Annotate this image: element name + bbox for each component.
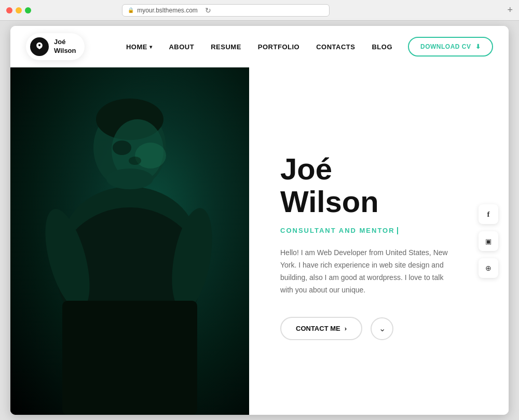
facebook-button[interactable]: f bbox=[479, 204, 498, 224]
hero-subtitle-text: CONSULTANT AND MENTOR bbox=[280, 227, 395, 234]
logo-area[interactable]: JoéWilson bbox=[26, 33, 85, 60]
hero-description: Hello! I am Web Developer from United St… bbox=[280, 247, 457, 296]
svg-rect-9 bbox=[62, 301, 197, 415]
new-tab-button[interactable]: + bbox=[507, 5, 513, 16]
nav-contacts-label: CONTACTS bbox=[316, 43, 355, 51]
instagram-button[interactable]: ▣ bbox=[479, 231, 498, 251]
website-container: JoéWilson HOME ▾ ABOUT RESUME PORTFOLIO … bbox=[10, 26, 509, 415]
address-bar[interactable]: 🔒 myour.bslthemes.com ↻ bbox=[122, 4, 330, 17]
navbar: JoéWilson HOME ▾ ABOUT RESUME PORTFOLIO … bbox=[10, 26, 509, 67]
download-icon: ⬇ bbox=[475, 43, 481, 50]
nav-resume[interactable]: RESUME bbox=[211, 43, 241, 51]
download-cv-button[interactable]: DOWNLOAD CV ⬇ bbox=[408, 37, 493, 57]
hero-text-panel: Joé Wilson CONSULTANT AND MENTOR Hello! … bbox=[249, 67, 509, 415]
logo-icon bbox=[30, 37, 49, 56]
svg-point-10 bbox=[106, 169, 153, 189]
nav-about[interactable]: ABOUT bbox=[169, 43, 194, 51]
nav-home-label: HOME bbox=[126, 43, 147, 51]
minimize-button[interactable] bbox=[16, 7, 22, 13]
traffic-lights bbox=[6, 7, 31, 13]
main-content: Joé Wilson CONSULTANT AND MENTOR Hello! … bbox=[10, 67, 509, 415]
logo-text: JoéWilson bbox=[54, 38, 76, 55]
cursor-blink bbox=[397, 227, 398, 234]
nav-links: HOME ▾ ABOUT RESUME PORTFOLIO CONTACTS B… bbox=[126, 43, 392, 51]
nav-home[interactable]: HOME ▾ bbox=[126, 43, 153, 51]
nav-blog[interactable]: BLOG bbox=[372, 43, 392, 51]
logo-svg bbox=[34, 41, 45, 52]
hero-photo-panel bbox=[10, 67, 249, 415]
chevron-down-icon: ⌄ bbox=[379, 324, 386, 333]
maximize-button[interactable] bbox=[25, 7, 31, 13]
person-silhouette bbox=[10, 67, 249, 415]
nav-portfolio[interactable]: PORTFOLIO bbox=[258, 43, 299, 51]
svg-point-11 bbox=[135, 143, 166, 169]
nav-portfolio-label: PORTFOLIO bbox=[258, 43, 299, 51]
dribbble-icon: ⊕ bbox=[485, 264, 491, 272]
hero-first-name: Joé bbox=[280, 152, 332, 186]
nav-resume-label: RESUME bbox=[211, 43, 241, 51]
hero-subtitle: CONSULTANT AND MENTOR bbox=[280, 227, 477, 234]
instagram-icon: ▣ bbox=[485, 237, 491, 245]
social-sidebar: f ▣ ⊕ bbox=[479, 204, 498, 278]
hero-actions: CONTACT ME › ⌄ bbox=[280, 317, 477, 340]
nav-contacts[interactable]: CONTACTS bbox=[316, 43, 355, 51]
contact-me-button[interactable]: CONTACT ME › bbox=[280, 317, 362, 340]
arrow-right-icon: › bbox=[345, 325, 347, 332]
contact-me-label: CONTACT ME bbox=[296, 325, 340, 332]
nav-about-label: ABOUT bbox=[169, 43, 194, 51]
nav-blog-label: BLOG bbox=[372, 43, 392, 51]
svg-point-12 bbox=[113, 141, 131, 155]
close-button[interactable] bbox=[6, 7, 12, 13]
refresh-icon[interactable]: ↻ bbox=[205, 6, 211, 15]
url-text: myour.bslthemes.com bbox=[137, 7, 198, 14]
facebook-icon: f bbox=[487, 210, 490, 219]
browser-chrome: 🔒 myour.bslthemes.com ↻ + bbox=[0, 0, 519, 21]
chevron-down-icon: ▾ bbox=[149, 44, 153, 50]
lock-icon: 🔒 bbox=[128, 7, 134, 13]
hero-last-name: Wilson bbox=[280, 185, 379, 218]
scroll-down-button[interactable]: ⌄ bbox=[371, 317, 393, 340]
hero-name: Joé Wilson bbox=[280, 152, 477, 219]
download-cv-label: DOWNLOAD CV bbox=[420, 43, 471, 50]
dribbble-button[interactable]: ⊕ bbox=[479, 258, 498, 278]
svg-point-13 bbox=[129, 157, 141, 165]
